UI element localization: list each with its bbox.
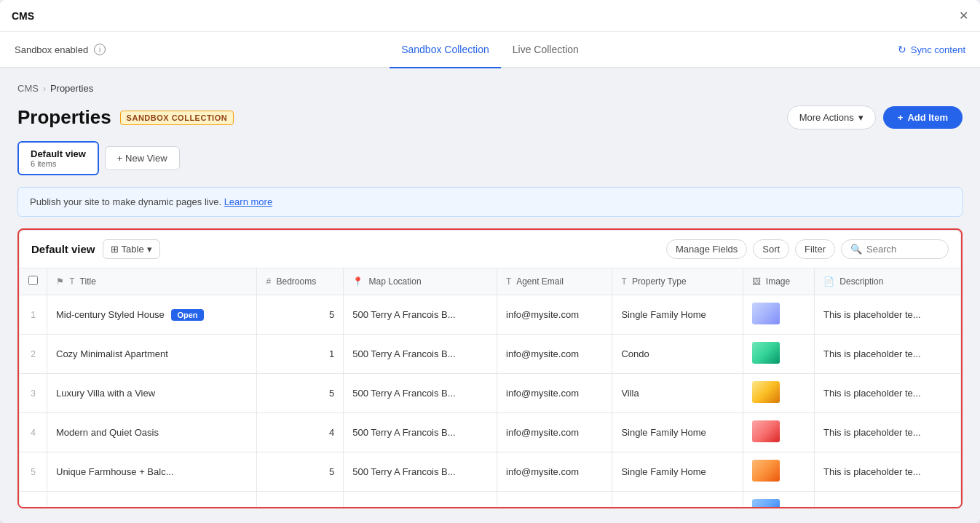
search-box[interactable]: 🔍: [841, 239, 949, 259]
row-title-cell[interactable]: Mid-century Styled House Open: [47, 295, 257, 335]
sync-content-button[interactable]: ↻ Sync content: [898, 44, 965, 55]
text-icon: T: [69, 276, 74, 287]
breadcrumb: CMS › Properties: [17, 83, 963, 94]
row-property-type-cell: Single Family Home: [612, 452, 743, 492]
row-map-location-cell: 500 Terry A Francois B...: [344, 374, 497, 413]
app-title: CMS: [12, 10, 34, 22]
row-bedrooms-cell: 2: [257, 492, 344, 509]
row-property-type-cell: Single Family Home: [612, 295, 743, 335]
row-number: 5: [31, 467, 36, 477]
table-view-button[interactable]: ⊞ Table ▾: [103, 239, 160, 259]
sandbox-badge: SANDBOX COLLECTION: [120, 111, 234, 125]
row-title-cell[interactable]: Modern and Quiet Oasis: [47, 413, 257, 452]
th-property-type: T Property Type: [612, 268, 743, 295]
table-row: 2 Cozy Minimalist Apartment 1 500 Terry …: [20, 335, 960, 374]
table-row: 1 Mid-century Styled House Open 5 500 Te…: [20, 295, 960, 335]
row-image-cell: [743, 295, 814, 335]
th-image: 🖼 Image: [743, 268, 814, 295]
row-image-cell: [743, 452, 814, 492]
row-number: 6: [31, 506, 36, 508]
table-icon: ⊞: [111, 244, 119, 255]
row-title: Mid-century Styled House: [56, 309, 165, 320]
th-description: 📄 Description: [814, 268, 960, 295]
row-title-cell[interactable]: Cozy Minimalist Apartment: [47, 335, 257, 374]
learn-more-link[interactable]: Learn more: [224, 196, 272, 207]
table-row: 5 Unique Farmhouse + Balc... 5 500 Terry…: [20, 452, 960, 492]
tab-sandbox[interactable]: Sandbox Collection: [390, 32, 501, 68]
row-image-cell: [743, 492, 814, 509]
row-image: [752, 381, 780, 403]
row-bedrooms-cell: 1: [257, 335, 344, 374]
plus-icon: +: [898, 112, 904, 123]
info-icon[interactable]: i: [94, 44, 106, 55]
row-image: [752, 499, 780, 508]
row-title: Modern and Quiet Oasis: [56, 427, 159, 438]
manage-fields-button[interactable]: Manage Fields: [666, 239, 747, 259]
info-banner: Publish your site to make dynamic pages …: [17, 187, 963, 217]
tab-group: Sandbox Collection Live Collection: [390, 32, 590, 67]
table-section: Default view ⊞ Table ▾ Manage Fields Sor…: [19, 230, 961, 508]
row-image: [752, 303, 780, 324]
page-header-left: Properties SANDBOX COLLECTION: [17, 106, 234, 129]
row-checkbox-cell: 3: [20, 374, 47, 413]
row-agent-email-cell: info@mysite.com: [497, 492, 612, 509]
filter-button[interactable]: Filter: [795, 239, 835, 259]
text-icon: T: [506, 276, 511, 287]
row-description-cell: This is placeholder te...: [814, 335, 960, 374]
row-number: 3: [31, 388, 36, 399]
table-header-row: ⚑ T Title # Bedrooms 📍 Map Location: [20, 268, 960, 295]
row-image-cell: [743, 413, 814, 452]
row-title-cell[interactable]: Luxury Villa with a View: [47, 374, 257, 413]
row-agent-email-cell: info@mysite.com: [497, 452, 612, 492]
view-tab-title: Default view: [31, 148, 86, 159]
row-description-cell: This is placeholder te...: [814, 452, 960, 492]
more-actions-button[interactable]: More Actions ▾: [787, 105, 876, 129]
map-icon: 📍: [352, 276, 363, 287]
close-button[interactable]: ✕: [959, 9, 968, 23]
row-image: [752, 342, 780, 364]
tab-live[interactable]: Live Collection: [501, 32, 590, 68]
row-bedrooms-cell: 4: [257, 413, 344, 452]
row-image: [752, 460, 780, 482]
views-row: Default view 6 items + New View: [17, 141, 963, 175]
row-checkbox-cell: 6: [20, 492, 47, 509]
row-number: 1: [31, 310, 36, 320]
row-map-location-cell: 500 Terry A Francois B...: [344, 452, 497, 492]
th-map-location: 📍 Map Location: [344, 268, 497, 295]
table-toolbar-right: Manage Fields Sort Filter 🔍: [666, 239, 949, 259]
cms-window: CMS ✕ Sandbox enabled i Sandbox Collecti…: [0, 0, 980, 523]
search-input[interactable]: [866, 244, 939, 255]
new-view-button[interactable]: + New View: [105, 146, 180, 170]
row-number: 2: [31, 349, 36, 359]
row-title-cell[interactable]: Unique Farmhouse + Balc...: [47, 452, 257, 492]
row-property-type-cell: Condo: [612, 335, 743, 374]
chevron-down-icon: ▾: [147, 244, 152, 255]
row-title: Unique Farmhouse + Balc...: [56, 466, 174, 477]
row-bedrooms-cell: 5: [257, 452, 344, 492]
add-item-button[interactable]: + Add Item: [883, 106, 963, 129]
th-bedrooms: # Bedrooms: [257, 268, 344, 295]
chevron-down-icon: ▾: [858, 112, 864, 123]
breadcrumb-current: Properties: [50, 83, 93, 94]
pin-icon: ⚑: [56, 276, 64, 287]
row-title-cell[interactable]: Downtown Apartment - P...: [47, 492, 257, 509]
row-title: Downtown Apartment - P...: [56, 506, 167, 508]
default-view-tab[interactable]: Default view 6 items: [17, 141, 99, 175]
breadcrumb-root[interactable]: CMS: [17, 83, 39, 94]
row-map-location-cell: 500 Terry A Francois B...: [344, 413, 497, 452]
open-badge: Open: [171, 309, 203, 321]
row-map-location-cell: 500 Terry A Francois B...: [344, 492, 497, 509]
select-all-checkbox[interactable]: [28, 276, 38, 285]
page-title: Properties: [17, 106, 111, 129]
sort-button[interactable]: Sort: [753, 239, 789, 259]
row-map-location-cell: 500 Terry A Francois B...: [344, 335, 497, 374]
content-area: CMS › Properties Properties SANDBOX COLL…: [0, 68, 980, 523]
row-property-type-cell: Single Family Home: [612, 413, 743, 452]
table-row: 3 Luxury Villa with a View 5 500 Terry A…: [20, 374, 960, 413]
doc-icon: 📄: [823, 276, 834, 287]
table-row: 6 Downtown Apartment - P... 2 500 Terry …: [20, 492, 960, 509]
row-checkbox-cell: 5: [20, 452, 47, 492]
row-image: [752, 420, 780, 442]
row-number: 4: [31, 428, 36, 438]
data-table: ⚑ T Title # Bedrooms 📍 Map Location: [20, 268, 960, 508]
